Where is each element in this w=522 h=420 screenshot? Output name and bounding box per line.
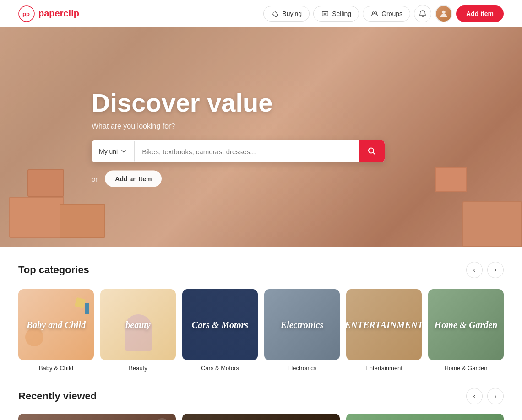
add-an-item-button[interactable]: Add an Item: [105, 171, 162, 187]
logo-text: paperclip: [38, 8, 79, 19]
groups-button[interactable]: Groups: [363, 6, 410, 22]
svg-point-4: [372, 11, 375, 14]
logo[interactable]: pp paperclip: [18, 5, 79, 22]
category-name-electronics: Electronics: [264, 365, 340, 372]
or-row: or Add an Item: [92, 171, 385, 187]
recently-prev-button[interactable]: ‹: [466, 388, 483, 404]
search-bar: My uni: [92, 140, 385, 162]
or-text: or: [92, 175, 98, 183]
buying-button[interactable]: Buying: [263, 6, 310, 22]
category-name-entertainment: Entertainment: [346, 365, 422, 372]
categories-prev-button[interactable]: ‹: [466, 262, 483, 278]
search-icon: [367, 147, 376, 156]
recent-card-plant[interactable]: [346, 414, 504, 420]
category-name-baby-child: Baby & Child: [18, 365, 94, 372]
selling-icon: [321, 10, 329, 18]
recent-card-music[interactable]: [182, 414, 340, 420]
category-name-home-garden: Home & Garden: [428, 365, 504, 372]
category-card-home-garden[interactable]: Home & GardenHome & Garden: [428, 289, 504, 372]
svg-point-2: [273, 11, 274, 12]
category-overlay-label-electronics: Electronics: [264, 289, 340, 360]
tag-icon: [271, 10, 279, 18]
category-overlay-label-baby-child: Baby and Child: [18, 289, 94, 360]
groups-icon: [370, 10, 379, 18]
svg-text:pp: pp: [22, 11, 30, 17]
recently-grid: [18, 414, 504, 420]
category-card-electronics[interactable]: ElectronicsElectronics: [264, 289, 340, 372]
category-overlay-label-home-garden: Home & Garden: [428, 289, 504, 360]
hero-subtitle: What are you looking for?: [92, 122, 385, 130]
recent-card-camera[interactable]: [18, 414, 176, 420]
svg-point-6: [442, 10, 445, 13]
hero-content: Discover value What are you looking for?…: [92, 88, 385, 187]
recently-next-button[interactable]: ›: [487, 388, 504, 404]
header: pp paperclip Buying Selling Groups: [0, 0, 522, 27]
bell-icon: [419, 10, 427, 18]
notifications-button[interactable]: [414, 5, 431, 22]
categories-header: Top categories ‹ ›: [18, 262, 504, 278]
person-icon: [439, 9, 449, 19]
avatar[interactable]: [435, 5, 452, 22]
hero-title: Discover value: [92, 88, 385, 118]
search-button[interactable]: [359, 140, 385, 162]
category-card-entertainment[interactable]: ENTERTAINMENTEntertainment: [346, 289, 422, 372]
svg-point-5: [375, 11, 377, 14]
category-card-cars-motors[interactable]: Cars & MotorsCars & Motors: [182, 289, 258, 372]
categories-nav-arrows: ‹ ›: [466, 262, 504, 278]
recently-title: Recently viewed: [18, 390, 97, 402]
selling-button[interactable]: Selling: [313, 6, 359, 22]
category-card-beauty[interactable]: beautyBeauty: [100, 289, 176, 372]
recently-nav-arrows: ‹ ›: [466, 388, 504, 404]
category-overlay-label-beauty: beauty: [100, 289, 176, 360]
location-selector[interactable]: My uni: [92, 141, 135, 162]
main-nav: Buying Selling Groups: [263, 5, 504, 22]
top-categories-section: Top categories ‹ › Baby and ChildBaby & …: [0, 247, 522, 381]
add-item-button[interactable]: Add item: [456, 5, 504, 22]
categories-next-button[interactable]: ›: [487, 262, 504, 278]
hero-section: Discover value What are you looking for?…: [0, 27, 522, 247]
category-name-beauty: Beauty: [100, 365, 176, 372]
recently-viewed-section: Recently viewed ‹ ›: [0, 381, 522, 420]
category-name-cars-motors: Cars & Motors: [182, 365, 258, 372]
category-overlay-label-cars-motors: Cars & Motors: [182, 289, 258, 360]
search-input[interactable]: [135, 141, 359, 162]
category-overlay-label-entertainment: ENTERTAINMENT: [346, 289, 422, 360]
category-card-baby-child[interactable]: Baby and ChildBaby & Child: [18, 289, 94, 372]
logo-icon: pp: [18, 5, 35, 22]
categories-title: Top categories: [18, 264, 89, 276]
svg-rect-3: [322, 11, 328, 16]
chevron-down-icon: [120, 148, 127, 155]
recently-header: Recently viewed ‹ ›: [18, 388, 504, 404]
categories-grid: Baby and ChildBaby & Child beautyBeauty …: [18, 289, 504, 372]
